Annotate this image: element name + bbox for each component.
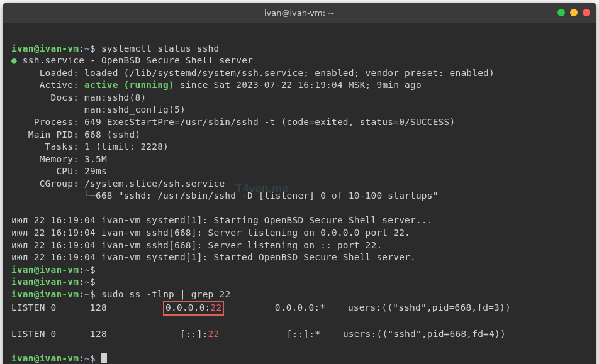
maximize-icon[interactable] (570, 9, 578, 16)
highlight-box: 0.0.0.0:22 (163, 301, 224, 316)
terminal-body[interactable]: T4ven.meivan@ivan-vm:~$ systemctl status… (3, 23, 596, 364)
cpu-line: CPU: 29ms (11, 166, 107, 176)
command-1: systemctl status sshd (101, 43, 220, 53)
active-label: Active: (11, 80, 84, 90)
log-2: июл 22 16:19:04 ivan-vm sshd[668]: Serve… (11, 228, 410, 238)
prompt-path: ~ (84, 43, 90, 53)
prompt-user: ivan@ivan-vm (11, 43, 79, 53)
cgroup-2: └─668 "sshd: /usr/sbin/sshd -D [listener… (11, 190, 439, 201)
mainpid-line: Main PID: 668 (sshd) (11, 130, 140, 140)
ss-row-1-post: 0.0.0.0:* users:(("sshd",pid=668,fd=3)) (224, 302, 510, 312)
log-4: июл 22 16:19:04 ivan-vm systemd[1]: Star… (11, 252, 416, 262)
ss-row-1-pre: LISTEN 0 128 (11, 302, 163, 312)
minimize-icon[interactable] (557, 9, 565, 16)
terminal-window: ivan@ivan-vm: ~ T4ven.meivan@ivan-vm:~$ … (3, 3, 596, 364)
prompt-line-2: ivan@ivan-vm:~$ (11, 265, 96, 275)
ss-row-2-port: 22 (208, 329, 220, 339)
box-port: 22 (211, 302, 222, 312)
docs-2: man:sshd_config(5) (11, 104, 186, 114)
loaded-line: Loaded: loaded (/lib/systemd/system/ssh.… (11, 68, 495, 78)
prompt-line-5: ivan@ivan-vm:~$ (11, 353, 107, 363)
close-icon[interactable] (583, 9, 590, 16)
process-line: Process: 649 ExecStartPre=/usr/sbin/sshd… (11, 117, 455, 127)
prompt-line-1: ivan@ivan-vm:~$ systemctl status sshd (11, 43, 219, 53)
memory-line: Memory: 3.5M (11, 154, 107, 164)
cgroup-1: CGroup: /system.slice/ssh.service (11, 179, 225, 189)
titlebar: ivan@ivan-vm: ~ (3, 3, 596, 23)
status-dot-icon: ● (11, 55, 17, 65)
prompt-line-4: ivan@ivan-vm:~$ sudo ss -tlnp | grep 22 (11, 289, 230, 299)
tasks-line: Tasks: 1 (limit: 2228) (11, 141, 169, 152)
active-status: active (running) (84, 80, 174, 90)
prompt-line-3: ivan@ivan-vm:~$ (11, 277, 96, 287)
prompt-symbol: $ (90, 43, 96, 53)
ss-row-2-post: [::]:* users:(("sshd",pid=668,fd=4)) (219, 329, 505, 339)
cursor-icon (101, 353, 107, 363)
log-3: июл 22 16:19:04 ivan-vm sshd[668]: Serve… (11, 240, 382, 250)
log-1: июл 22 16:19:04 ivan-vm systemd[1]: Star… (11, 215, 433, 225)
box-ip: 0.0.0.0: (165, 302, 210, 312)
active-since: since Sat 2023-07-22 16:19:04 MSK; 9min … (174, 80, 422, 90)
prompt-sep: : (79, 43, 84, 53)
docs-1: Docs: man:sshd(8) (11, 92, 146, 102)
window-title: ivan@ivan-vm: ~ (264, 8, 335, 18)
window-controls (557, 9, 590, 16)
service-name: ssh.service - OpenBSD Secure Shell serve… (17, 55, 253, 65)
ss-row-2-pre: LISTEN 0 128 [::]: (11, 329, 208, 339)
command-2: sudo ss -tlnp | grep 22 (101, 289, 230, 299)
